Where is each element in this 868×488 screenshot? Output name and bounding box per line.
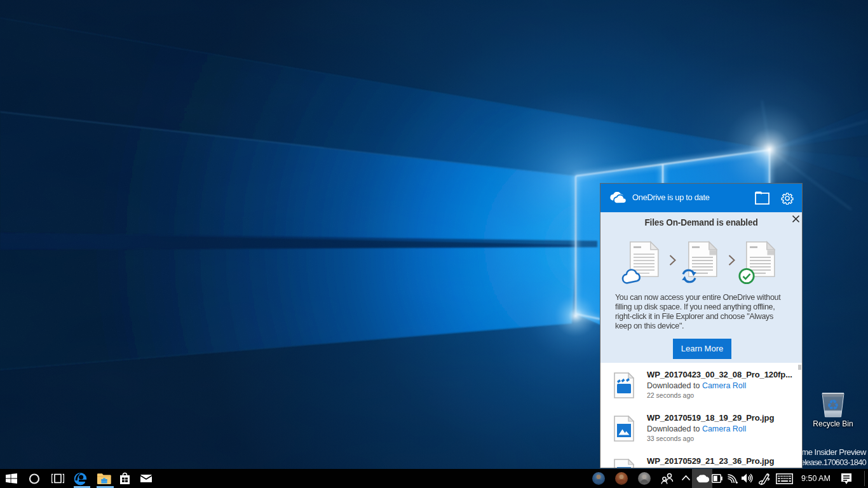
svg-text:♻: ♻	[827, 397, 839, 413]
